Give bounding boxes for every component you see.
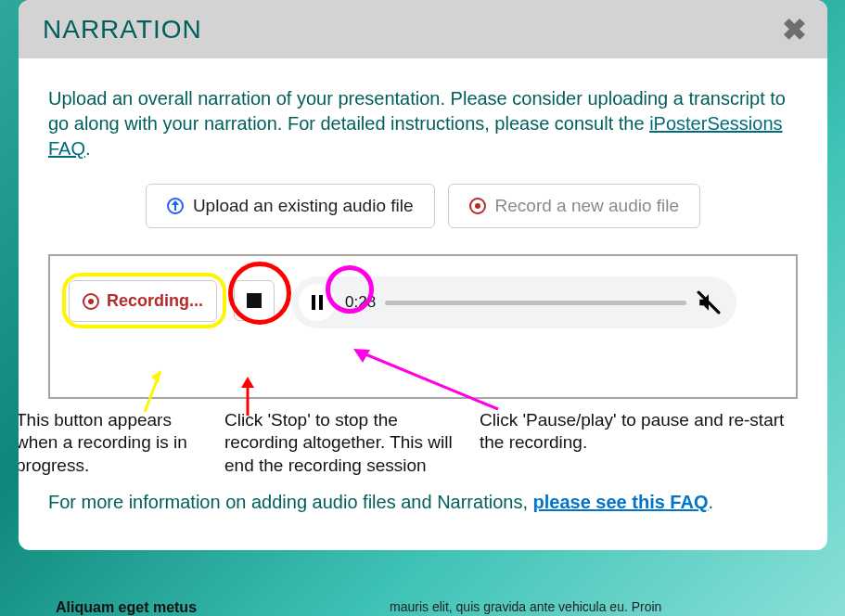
backdrop-content: Aliquam eget metus mauris elit, quis gra… — [0, 599, 845, 616]
record-icon — [469, 198, 486, 214]
annotation-recording: This button appears when a recording is … — [19, 409, 215, 477]
modal-header: NARRATION ✖ — [19, 0, 827, 58]
backdrop-left: Aliquam eget metus — [56, 599, 315, 616]
close-icon[interactable]: ✖ — [782, 15, 807, 45]
upload-icon — [167, 198, 184, 214]
stop-icon — [247, 293, 262, 308]
modal-body: Upload an overall narration of your pres… — [19, 58, 827, 550]
volume-muted-icon — [697, 290, 721, 314]
record-audio-label: Record a new audio file — [495, 196, 680, 216]
player-seek-track[interactable] — [385, 301, 686, 305]
narration-modal: NARRATION ✖ Upload an overall narration … — [19, 0, 827, 550]
recording-area: Recording... 0:28 — [48, 254, 798, 399]
button-row: Upload an existing audio file Record a n… — [48, 184, 798, 228]
upload-audio-label: Upload an existing audio file — [193, 196, 414, 216]
recording-label: Recording... — [107, 291, 203, 311]
recording-icon — [83, 293, 99, 310]
audio-player: 0:28 — [291, 276, 736, 328]
annotation-stop: Click 'Stop' to stop the recording altog… — [224, 409, 461, 477]
footer-tail: . — [708, 492, 713, 512]
backdrop-right: mauris elit, quis gravida ante vehicula … — [390, 599, 789, 616]
recording-status-button[interactable]: Recording... — [69, 280, 217, 322]
pause-play-button[interactable] — [299, 284, 336, 321]
footer-lead: For more information on adding audio fil… — [48, 492, 533, 512]
mute-button[interactable] — [696, 289, 722, 315]
pause-icon — [312, 295, 323, 310]
intro-text: Upload an overall narration of your pres… — [48, 86, 798, 161]
annotation-pause: Click 'Pause/play' to pause and re-start… — [480, 409, 790, 455]
intro-part2: . — [85, 138, 91, 159]
upload-audio-button[interactable]: Upload an existing audio file — [146, 184, 435, 228]
record-audio-button[interactable]: Record a new audio file — [448, 184, 701, 228]
modal-title: NARRATION — [43, 15, 202, 45]
player-time: 0:28 — [345, 293, 376, 312]
footer-faq-link[interactable]: please see this FAQ — [533, 492, 709, 512]
footer-text: For more information on adding audio fil… — [48, 492, 798, 513]
stop-button[interactable] — [234, 280, 275, 321]
